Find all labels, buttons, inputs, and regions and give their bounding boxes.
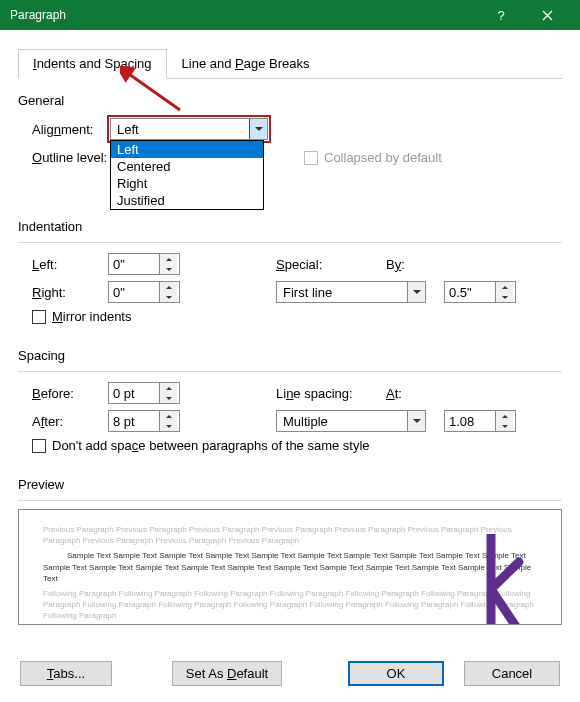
spin-up-button[interactable] — [160, 411, 177, 421]
tab-line-page-breaks[interactable]: Line and Page Breaks — [167, 49, 325, 79]
triangle-down-icon — [166, 397, 172, 400]
alignment-option-justified[interactable]: Justified — [111, 192, 263, 209]
after-input[interactable] — [109, 411, 159, 431]
close-icon — [542, 10, 553, 21]
alignment-option-centered[interactable]: Centered — [111, 158, 263, 175]
alignment-value: Left — [111, 122, 249, 137]
button-bar: Tabs... Set As Default OK Cancel — [0, 661, 580, 686]
at-spinner[interactable] — [444, 410, 516, 432]
section-spacing: Spacing — [18, 348, 562, 363]
line-spacing-label: Line spacing: — [276, 386, 386, 401]
alignment-label: Alignment: — [18, 122, 108, 137]
title-bar: Paragraph ? — [0, 0, 580, 30]
line-spacing-dropdown-button[interactable] — [407, 411, 425, 431]
spin-down-button[interactable] — [496, 421, 513, 431]
triangle-down-icon — [502, 425, 508, 428]
logo-k-icon — [451, 534, 531, 625]
indent-right-label: Right: — [18, 285, 108, 300]
spin-down-button[interactable] — [160, 292, 177, 302]
chevron-down-icon — [255, 127, 263, 131]
spin-up-button[interactable] — [160, 282, 177, 292]
indent-left-input[interactable] — [109, 254, 159, 274]
by-label: By: — [386, 257, 474, 272]
spin-up-button[interactable] — [160, 254, 177, 264]
indent-right-input[interactable] — [109, 282, 159, 302]
ok-button[interactable]: OK — [348, 661, 444, 686]
alignment-combo-highlight: Left Left Centered Right Justified — [108, 116, 270, 142]
before-spinner[interactable] — [108, 382, 180, 404]
triangle-up-icon — [166, 415, 172, 418]
window-title: Paragraph — [10, 8, 478, 22]
collapsed-checkbox: Collapsed by default — [270, 150, 442, 165]
special-label: Special: — [276, 257, 386, 272]
triangle-down-icon — [166, 296, 172, 299]
tabs-button[interactable]: Tabs... — [20, 661, 112, 686]
alignment-option-right[interactable]: Right — [111, 175, 263, 192]
special-combo[interactable]: First line — [276, 281, 426, 303]
after-label: After: — [18, 414, 108, 429]
spin-up-button[interactable] — [160, 383, 177, 393]
line-spacing-combo[interactable]: Multiple — [276, 410, 426, 432]
alignment-option-left[interactable]: Left — [111, 141, 263, 158]
divider — [18, 371, 562, 372]
section-indentation: Indentation — [18, 219, 562, 234]
indent-left-spinner[interactable] — [108, 253, 180, 275]
tab-strip: Indents and Spacing Line and Page Breaks — [18, 48, 562, 79]
triangle-up-icon — [502, 415, 508, 418]
chevron-down-icon — [413, 419, 421, 423]
indent-right-spinner[interactable] — [108, 281, 180, 303]
before-label: Before: — [18, 386, 108, 401]
triangle-down-icon — [166, 425, 172, 428]
divider — [18, 242, 562, 243]
section-general: General — [18, 93, 562, 108]
at-label: At: — [386, 386, 474, 401]
by-spinner[interactable] — [444, 281, 516, 303]
before-input[interactable] — [109, 383, 159, 403]
close-button[interactable] — [524, 0, 570, 30]
alignment-dropdown-button[interactable] — [249, 119, 267, 139]
triangle-down-icon — [166, 268, 172, 271]
spin-up-button[interactable] — [496, 282, 513, 292]
chevron-down-icon — [413, 290, 421, 294]
preview-box: Previous Paragraph Previous Paragraph Pr… — [18, 509, 562, 625]
line-spacing-value: Multiple — [277, 414, 407, 429]
triangle-up-icon — [166, 286, 172, 289]
alignment-combo[interactable]: Left — [110, 118, 268, 140]
alignment-dropdown-list: Left Centered Right Justified — [110, 140, 264, 210]
triangle-down-icon — [502, 296, 508, 299]
spin-down-button[interactable] — [160, 393, 177, 403]
spin-down-button[interactable] — [160, 421, 177, 431]
after-spinner[interactable] — [108, 410, 180, 432]
at-input[interactable] — [445, 411, 495, 431]
divider — [18, 500, 562, 501]
tab-indents-spacing[interactable]: Indents and Spacing — [18, 49, 167, 79]
section-preview: Preview — [18, 477, 562, 492]
help-button[interactable]: ? — [478, 0, 524, 30]
spin-down-button[interactable] — [496, 292, 513, 302]
cancel-button[interactable]: Cancel — [464, 661, 560, 686]
special-dropdown-button[interactable] — [407, 282, 425, 302]
spin-up-button[interactable] — [496, 411, 513, 421]
outline-level-label: Outline level: — [18, 150, 108, 165]
by-input[interactable] — [445, 282, 495, 302]
special-value: First line — [277, 285, 407, 300]
no-add-space-checkbox[interactable]: Don't add space between paragraphs of th… — [18, 438, 562, 453]
indent-left-label: Left: — [18, 257, 108, 272]
spin-down-button[interactable] — [160, 264, 177, 274]
checkbox-icon — [32, 310, 46, 324]
triangle-up-icon — [166, 387, 172, 390]
triangle-up-icon — [502, 286, 508, 289]
mirror-indents-checkbox[interactable]: Mirror indents — [18, 309, 562, 324]
checkbox-icon — [304, 151, 318, 165]
checkbox-icon — [32, 439, 46, 453]
set-default-button[interactable]: Set As Default — [172, 661, 282, 686]
triangle-up-icon — [166, 258, 172, 261]
